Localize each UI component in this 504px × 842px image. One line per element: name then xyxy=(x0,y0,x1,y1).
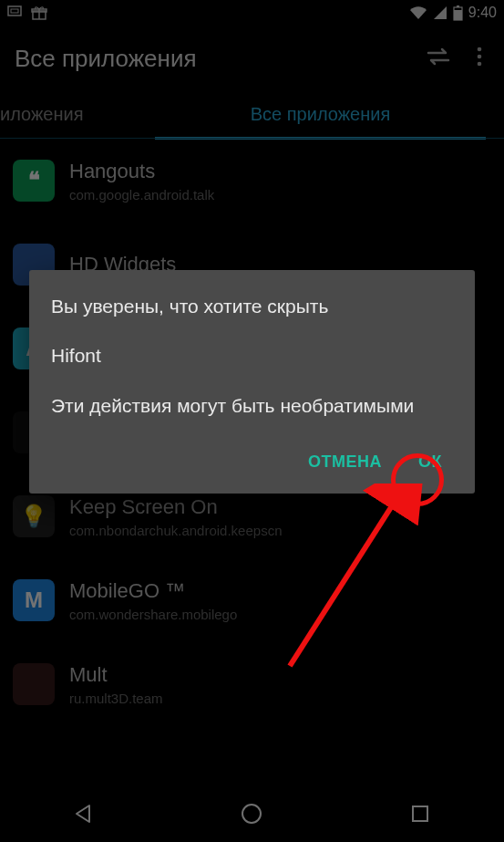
cell-signal-icon xyxy=(433,5,447,20)
app-name: Mult xyxy=(69,663,163,687)
tab-all-apps-label: Все приложения xyxy=(251,104,391,125)
svg-rect-13 xyxy=(413,806,427,821)
app-item-mult[interactable]: Mult ru.mult3D.team xyxy=(0,642,504,726)
app-item-hangouts[interactable]: ❝ Hangouts com.google.android.talk xyxy=(0,139,504,223)
lightbulb-icon: 💡 xyxy=(20,504,47,529)
tabs-bar: иложения Все приложения xyxy=(0,91,504,139)
page-title: Все приложения xyxy=(15,45,426,73)
status-bar: 9:40 xyxy=(0,0,504,26)
cancel-button[interactable]: ОТМЕНА xyxy=(308,452,382,472)
tab-all-apps[interactable]: Все приложения xyxy=(137,91,504,138)
dialog-message-1: Вы уверены, что хотите скрыть xyxy=(51,294,453,319)
home-button[interactable] xyxy=(237,799,266,828)
svg-point-8 xyxy=(478,47,482,52)
app-icon-glyph: M xyxy=(25,587,43,613)
svg-rect-0 xyxy=(8,6,21,16)
app-icon: ❝ xyxy=(13,160,55,202)
svg-point-10 xyxy=(478,62,482,67)
app-package: ru.mult3D.team xyxy=(69,691,163,706)
app-package: com.nbondarchuk.android.keepscn xyxy=(69,523,282,538)
svg-rect-1 xyxy=(11,9,18,13)
notification-icon-1 xyxy=(7,4,24,22)
ok-button[interactable]: ОК xyxy=(418,452,453,472)
status-time: 9:40 xyxy=(468,5,497,21)
confirm-hide-dialog: Вы уверены, что хотите скрыть Hifont Эти… xyxy=(29,270,475,494)
app-package: com.wondershare.mobilego xyxy=(69,607,237,622)
app-icon: M xyxy=(13,579,55,621)
svg-point-9 xyxy=(478,55,482,59)
tab-prev-label: иложения xyxy=(0,104,84,125)
app-name: Hangouts xyxy=(69,160,214,183)
app-name: Keep Screen On xyxy=(69,495,282,519)
svg-point-12 xyxy=(242,805,261,823)
tab-prev[interactable]: иложения xyxy=(0,91,137,138)
app-item-mobilego[interactable]: M MobileGO ™ com.wondershare.mobilego xyxy=(0,558,504,642)
action-bar: Все приложения xyxy=(0,26,504,91)
svg-rect-7 xyxy=(457,5,459,7)
app-package: com.google.android.talk xyxy=(69,187,214,203)
dialog-message-2: Эти действия могут быть необратимыми xyxy=(51,393,453,419)
recents-button[interactable] xyxy=(406,799,435,828)
app-icon: 💡 xyxy=(13,495,55,537)
gift-icon xyxy=(31,5,47,20)
dialog-app-name: Hifont xyxy=(51,343,453,369)
app-name: MobileGO ™ xyxy=(69,579,237,603)
battery-icon xyxy=(453,5,463,21)
navigation-bar xyxy=(0,785,504,842)
overflow-menu-icon[interactable] xyxy=(477,47,482,70)
app-icon-glyph: ❝ xyxy=(28,168,40,193)
wifi-icon xyxy=(409,5,427,20)
app-icon xyxy=(13,663,55,705)
svg-rect-6 xyxy=(454,10,462,20)
back-button[interactable] xyxy=(69,799,98,828)
repeat-icon[interactable] xyxy=(426,47,451,69)
